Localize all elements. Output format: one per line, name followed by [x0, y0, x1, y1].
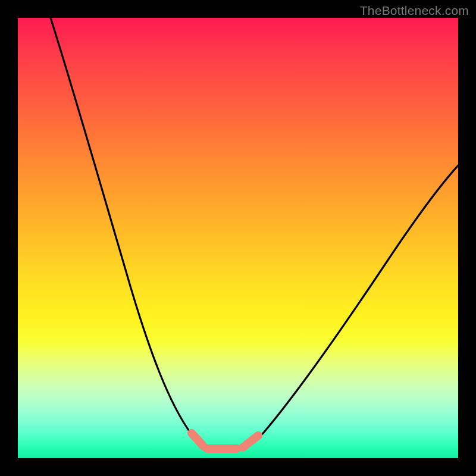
marker-segment-right [243, 436, 258, 447]
watermark-text: TheBottleneck.com [360, 4, 469, 18]
lower-haze-overlay [18, 335, 458, 458]
outer-frame: TheBottleneck.com [0, 0, 476, 476]
plot-area [18, 18, 458, 458]
minimum-marker-group [192, 433, 258, 449]
curve-layer [18, 18, 458, 458]
marker-segment-left [192, 433, 203, 446]
bottleneck-curve [51, 18, 458, 449]
